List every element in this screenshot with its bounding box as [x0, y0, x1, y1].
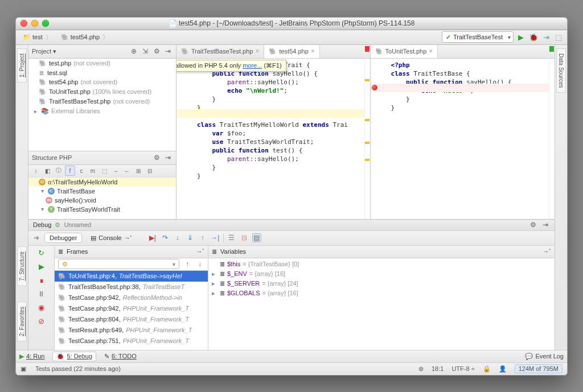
toggle-toolwins-icon[interactable]: ▣: [20, 365, 26, 373]
frame-icon: 🐘: [58, 327, 66, 334]
step-resume-icon[interactable]: ▶|: [148, 233, 157, 242]
autoscroll-source[interactable]: →: [110, 166, 121, 176]
pause-icon[interactable]: ∎: [36, 275, 47, 286]
structure-tree[interactable]: O o:\TraitTestMyHelloWorld ▾C TraitTestB…: [28, 178, 176, 219]
readonly-lock-icon[interactable]: 🔒: [483, 365, 491, 373]
rail-datasources[interactable]: Data Sources: [556, 48, 566, 93]
stop-icon[interactable]: ⏸: [36, 289, 47, 299]
prev-frame-icon[interactable]: ↑: [183, 259, 192, 269]
editor-right[interactable]: 🐘ToUnitTest.php× <?php class TraitTestBa…: [371, 45, 555, 219]
run-button[interactable]: ▶: [516, 32, 526, 42]
collapse-all[interactable]: ⊟: [145, 166, 155, 176]
tree-item: 🐘test54.php (not covered): [28, 77, 176, 87]
help-button[interactable]: ⬚: [553, 32, 564, 42]
tab[interactable]: 🐘TraitTestBaseTest.php×: [176, 45, 264, 58]
var-arr-icon: ≣: [220, 290, 225, 297]
view-breakpoints-icon[interactable]: ◉: [36, 303, 47, 313]
watch-icon[interactable]: ⊟: [240, 233, 249, 242]
evaluate-icon[interactable]: ☰: [227, 233, 236, 242]
expand-all[interactable]: ⊞: [133, 166, 143, 176]
encoding[interactable]: UTF-8 ÷: [451, 365, 474, 372]
breakpoint-icon[interactable]: [372, 85, 377, 90]
debugger-tab[interactable]: Debugger: [44, 233, 82, 243]
tab-active[interactable]: 🐘ToUnitTest.php×: [371, 45, 438, 58]
expand-arrow-icon[interactable]: ▸: [32, 108, 39, 114]
todo-tool-button[interactable]: ✎ 6: TODO: [104, 353, 137, 360]
run-to-cursor-icon[interactable]: →|: [211, 233, 220, 242]
frames-menu-icon[interactable]: →': [195, 247, 204, 256]
variables-header: ≣ Variables →': [208, 246, 555, 258]
step-over-icon[interactable]: ↷: [161, 233, 170, 242]
code-content[interactable]: trait TraitTestSayWorldTrait { public fu…: [176, 59, 370, 183]
autoscroll-from[interactable]: ←: [122, 166, 132, 176]
close-tab-icon[interactable]: ×: [255, 47, 259, 55]
var-item: ▸≣ $_ENV = {array} [16]: [210, 269, 553, 279]
gear-icon[interactable]: ⚙: [152, 153, 161, 162]
variables-tree[interactable]: ≣ $this = {TraitTestBase} [0] ▸≣ $_ENV =…: [208, 258, 555, 350]
frames-header: ≣ Frames →': [55, 246, 208, 258]
editor-left[interactable]: 🐘TraitTestBaseTest.php× 🐘test54.php× tra…: [176, 45, 371, 219]
gear-icon[interactable]: ⚙: [528, 220, 537, 229]
rail-favorites[interactable]: 2: Favorites: [17, 302, 27, 341]
console-tab[interactable]: ▤Console →': [85, 233, 136, 244]
coverage-button[interactable]: ⇥: [541, 32, 551, 42]
run-tool-button[interactable]: ▶ 4: Run: [19, 353, 44, 360]
project-view-dropdown[interactable]: Project ▾: [32, 48, 56, 55]
show-fields[interactable]: f: [65, 166, 75, 176]
hide-icon[interactable]: ⇥: [163, 47, 173, 56]
mute-breakpoints-icon[interactable]: ⊘: [36, 316, 47, 327]
line-col[interactable]: 18:1: [432, 365, 444, 372]
show-inherited[interactable]: ⓘ: [54, 166, 64, 176]
error-stripe[interactable]: [549, 45, 555, 219]
expand-arrow-icon[interactable]: ▾: [39, 188, 46, 194]
sort-alpha[interactable]: ↕: [31, 166, 41, 176]
collapse-icon[interactable]: ⇲: [141, 47, 150, 56]
rail-project[interactable]: 1: Project: [17, 48, 27, 82]
thread-select[interactable]: ⚙: [58, 259, 179, 269]
close-window-button[interactable]: [20, 20, 27, 27]
step-out-icon[interactable]: ↑: [198, 233, 207, 242]
expand-arrow-icon[interactable]: ▾: [39, 206, 46, 212]
error-stripe[interactable]: [364, 45, 370, 219]
status-message: Tests passed (22 minutes ago): [35, 365, 121, 372]
show-exec-point-icon[interactable]: ➜: [32, 233, 41, 242]
project-panel: Project ▾ ⊕ ⇲ ⚙ ⇥ 🐘test.php (not covered…: [28, 45, 176, 219]
step-into-icon[interactable]: ↓: [173, 233, 182, 242]
run-config-dropdown[interactable]: ✓ TraitTestBaseTest: [442, 31, 514, 43]
debug-tool-button[interactable]: 🐞 5: Debug: [52, 352, 96, 361]
close-tab-icon[interactable]: ×: [311, 47, 315, 55]
breadcrumb-folder[interactable]: 📁 test 〉: [19, 32, 55, 43]
structure-header: Structure PHP ⚙ ⇥: [28, 151, 176, 165]
rerun-icon[interactable]: ↻: [36, 248, 47, 258]
aim-icon[interactable]: ⊕: [129, 47, 138, 56]
layout-icon[interactable]: ▤: [252, 233, 261, 242]
highlight-level-icon[interactable]: ⊚: [418, 365, 424, 373]
hector-icon[interactable]: 👤: [499, 365, 507, 373]
minimize-window-button[interactable]: [31, 20, 38, 27]
tab-active[interactable]: 🐘test54.php×: [264, 45, 319, 58]
project-tree[interactable]: 🐘test.php (not covered) 🗎test.sql 🐘test5…: [28, 59, 176, 151]
thread-bar: ⚙ ↑ ↓: [55, 258, 208, 271]
breadcrumb-file[interactable]: 🐘 test54.php 〉: [58, 32, 112, 43]
resume-icon[interactable]: ▶: [36, 262, 47, 272]
vars-icon: ≣: [212, 248, 217, 255]
vars-menu-icon[interactable]: →': [542, 247, 551, 256]
sort-vis[interactable]: ◧: [42, 166, 52, 176]
close-tab-icon[interactable]: ×: [429, 47, 433, 55]
gear-icon[interactable]: ⚙: [152, 47, 161, 56]
tooltip-more-link[interactable]: more...: [243, 62, 262, 69]
hide-icon[interactable]: ⇥: [163, 153, 173, 162]
zoom-window-button[interactable]: [42, 20, 49, 27]
force-step-into-icon[interactable]: ⇓: [186, 233, 195, 242]
frame-list[interactable]: 🐘ToUnitTest.php:4, TraitTestBase->sayHel…: [55, 271, 208, 350]
memory-indicator[interactable]: 124M of 795M: [515, 364, 563, 373]
event-log-button[interactable]: 💬 Event Log: [525, 353, 564, 360]
show-inc[interactable]: ⬚: [99, 166, 109, 176]
hide-icon[interactable]: ⇥: [541, 220, 550, 229]
show-methods[interactable]: m: [88, 166, 98, 176]
next-frame-icon[interactable]: ↓: [195, 259, 204, 269]
debug-tool-window: Debug ⚙ Unnamed ⚙ ⇥ ➜ Debugger ▤Console …: [28, 219, 555, 350]
show-const[interactable]: c: [76, 166, 87, 176]
rail-structure[interactable]: 7: Structure: [17, 246, 27, 286]
debug-button[interactable]: 🐞: [528, 32, 539, 42]
